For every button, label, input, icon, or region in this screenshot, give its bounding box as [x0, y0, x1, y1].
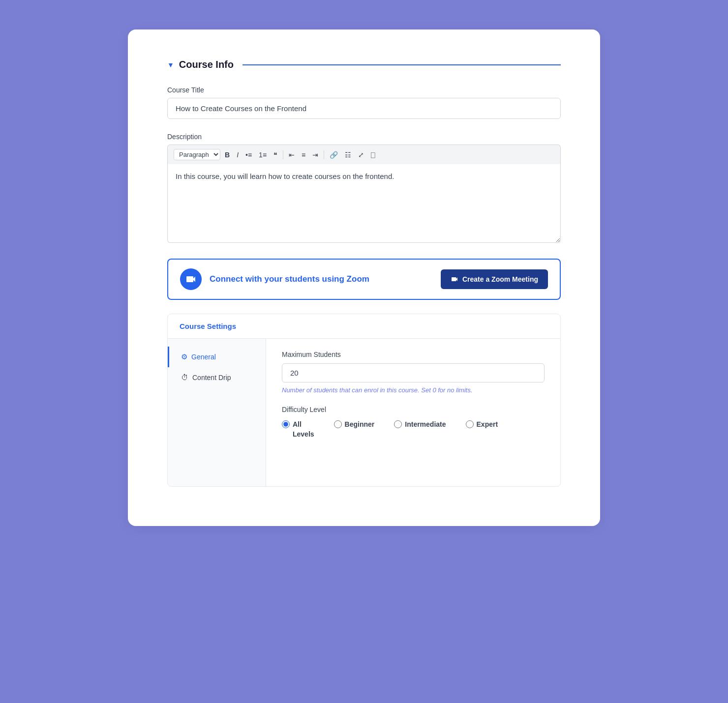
description-label: Description — [167, 133, 561, 141]
main-card: ▼ Course Info Course Title Description P… — [128, 29, 600, 526]
settings-nav-content-drip[interactable]: ⏱ Content Drip — [168, 367, 266, 387]
difficulty-expert-radio[interactable] — [466, 420, 474, 428]
zoom-video-icon — [185, 273, 197, 285]
zoom-banner-left: Connect with your students using Zoom — [180, 268, 369, 290]
create-zoom-meeting-button[interactable]: Create a Zoom Meeting — [441, 269, 548, 289]
difficulty-intermediate: Intermediate — [394, 420, 446, 438]
section-divider — [243, 64, 561, 65]
difficulty-beginner-label: Beginner — [345, 420, 375, 428]
difficulty-all-levels: All Levels — [282, 420, 314, 438]
table-button[interactable]: ☷ — [342, 150, 354, 160]
code-button[interactable]: ⎕ — [368, 150, 377, 160]
difficulty-intermediate-radio[interactable] — [394, 420, 402, 428]
settings-sidebar: ⚙ General ⏱ Content Drip — [168, 339, 266, 486]
difficulty-expert-label: Expert — [477, 420, 498, 428]
italic-button[interactable]: I — [234, 150, 241, 160]
blockquote-button[interactable]: ❝ — [271, 150, 280, 160]
link-button[interactable]: 🔗 — [327, 150, 340, 160]
difficulty-level-label: Difficulty Level — [282, 406, 545, 413]
course-title-group: Course Title — [167, 86, 561, 119]
toolbar-divider-1 — [283, 150, 283, 159]
bold-button[interactable]: B — [222, 150, 232, 160]
difficulty-all-sublabel: Levels — [282, 430, 314, 438]
course-info-title: Course Info — [179, 59, 234, 70]
difficulty-radio-group: All Levels Beginner — [282, 420, 545, 438]
gear-icon: ⚙ — [181, 352, 187, 361]
max-students-group: Maximum Students Number of students that… — [282, 351, 545, 394]
difficulty-all-levels-row: All — [282, 420, 302, 428]
max-students-input[interactable] — [282, 363, 545, 382]
ordered-list-button[interactable]: 1≡ — [256, 150, 269, 160]
toolbar-divider-2 — [324, 150, 324, 159]
settings-content: Maximum Students Number of students that… — [266, 339, 560, 486]
section-header: ▼ Course Info — [167, 59, 561, 70]
chevron-down-icon: ▼ — [167, 61, 174, 69]
course-settings-header: Course Settings — [168, 314, 560, 339]
difficulty-all-radio[interactable] — [282, 420, 290, 428]
align-center-button[interactable]: ≡ — [299, 150, 308, 160]
difficulty-intermediate-label: Intermediate — [405, 420, 446, 428]
unordered-list-button[interactable]: •≡ — [243, 150, 254, 160]
difficulty-beginner-row: Beginner — [334, 420, 375, 428]
paragraph-style-select[interactable]: Paragraph Heading 1 Heading 2 — [174, 149, 220, 160]
difficulty-expert: Expert — [466, 420, 498, 438]
description-group: Description Paragraph Heading 1 Heading … — [167, 133, 561, 245]
settings-nav-general[interactable]: ⚙ General — [168, 347, 266, 367]
course-settings-box: Course Settings ⚙ General ⏱ Content Drip… — [167, 314, 561, 487]
difficulty-beginner: Beginner — [334, 420, 375, 438]
align-left-button[interactable]: ⇤ — [286, 150, 297, 160]
align-right-button[interactable]: ⇥ — [310, 150, 321, 160]
max-students-hint: Number of students that can enrol in thi… — [282, 386, 545, 394]
zoom-icon-wrap — [180, 268, 202, 290]
rich-text-toolbar: Paragraph Heading 1 Heading 2 B I •≡ 1≡ … — [167, 145, 561, 164]
clock-icon: ⏱ — [181, 373, 188, 381]
fullscreen-button[interactable]: ⤢ — [356, 150, 366, 160]
difficulty-section: Difficulty Level All Levels — [282, 406, 545, 438]
zoom-banner-text: Connect with your students using Zoom — [210, 274, 369, 284]
difficulty-intermediate-row: Intermediate — [394, 420, 446, 428]
difficulty-expert-row: Expert — [466, 420, 498, 428]
settings-nav-general-label: General — [191, 353, 216, 361]
settings-nav-content-drip-label: Content Drip — [192, 374, 231, 381]
create-zoom-meeting-label: Create a Zoom Meeting — [462, 275, 538, 283]
settings-body: ⚙ General ⏱ Content Drip Maximum Student… — [168, 339, 560, 486]
course-title-label: Course Title — [167, 86, 561, 94]
description-textarea[interactable]: In this course, you will learn how to cr… — [167, 164, 561, 243]
max-students-label: Maximum Students — [282, 351, 545, 358]
difficulty-beginner-radio[interactable] — [334, 420, 342, 428]
course-title-input[interactable] — [167, 98, 561, 119]
difficulty-all-label: All — [293, 420, 302, 428]
zoom-banner: Connect with your students using Zoom Cr… — [167, 259, 561, 300]
zoom-meeting-icon — [451, 275, 458, 283]
